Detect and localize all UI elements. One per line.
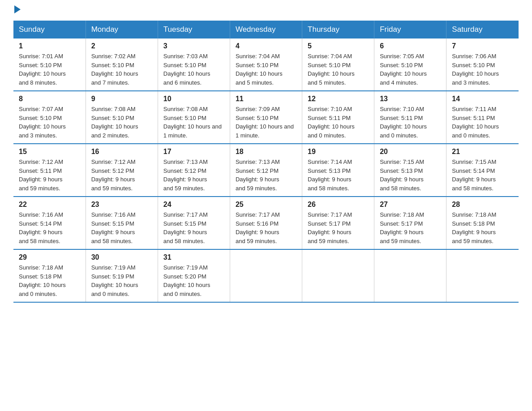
day-info: Sunrise: 7:17 AMSunset: 5:16 PMDaylight:…: [236, 210, 296, 245]
calendar-week-row: 15 Sunrise: 7:12 AMSunset: 5:11 PMDaylig…: [13, 144, 519, 197]
day-info: Sunrise: 7:03 AMSunset: 5:10 PMDaylight:…: [163, 52, 224, 87]
day-info: Sunrise: 7:09 AMSunset: 5:10 PMDaylight:…: [236, 105, 296, 140]
calendar-cell: 27 Sunrise: 7:18 AMSunset: 5:17 PMDaylig…: [374, 197, 446, 249]
day-number: 20: [380, 148, 441, 156]
calendar-week-row: 29 Sunrise: 7:18 AMSunset: 5:18 PMDaylig…: [13, 249, 519, 302]
calendar-cell: 21 Sunrise: 7:15 AMSunset: 5:14 PMDaylig…: [446, 144, 519, 197]
day-info: Sunrise: 7:19 AMSunset: 5:19 PMDaylight:…: [91, 263, 152, 298]
day-number: 23: [91, 201, 152, 209]
calendar-cell: 24 Sunrise: 7:17 AMSunset: 5:15 PMDaylig…: [158, 197, 230, 249]
calendar-week-row: 1 Sunrise: 7:01 AMSunset: 5:10 PMDayligh…: [13, 39, 519, 91]
day-info: Sunrise: 7:18 AMSunset: 5:18 PMDaylight:…: [452, 210, 513, 245]
calendar-cell: 5 Sunrise: 7:04 AMSunset: 5:10 PMDayligh…: [302, 39, 374, 91]
day-number: 21: [452, 148, 513, 156]
calendar-cell: 13 Sunrise: 7:10 AMSunset: 5:11 PMDaylig…: [374, 91, 446, 144]
day-info: Sunrise: 7:13 AMSunset: 5:12 PMDaylight:…: [163, 158, 224, 193]
calendar-cell: 12 Sunrise: 7:10 AMSunset: 5:11 PMDaylig…: [302, 91, 374, 144]
calendar-cell: 31 Sunrise: 7:19 AMSunset: 5:20 PMDaylig…: [158, 249, 230, 302]
calendar-cell: [230, 249, 302, 302]
day-info: Sunrise: 7:08 AMSunset: 5:10 PMDaylight:…: [163, 105, 224, 140]
day-info: Sunrise: 7:17 AMSunset: 5:15 PMDaylight:…: [163, 210, 224, 245]
day-info: Sunrise: 7:13 AMSunset: 5:12 PMDaylight:…: [236, 158, 296, 193]
day-number: 25: [236, 201, 296, 209]
day-number: 17: [163, 148, 224, 156]
calendar-cell: 26 Sunrise: 7:17 AMSunset: 5:17 PMDaylig…: [302, 197, 374, 249]
day-info: Sunrise: 7:04 AMSunset: 5:10 PMDaylight:…: [308, 52, 369, 87]
header-monday: Monday: [86, 21, 158, 39]
day-number: 1: [19, 42, 80, 50]
day-info: Sunrise: 7:08 AMSunset: 5:10 PMDaylight:…: [91, 105, 152, 140]
calendar-cell: [374, 249, 446, 302]
calendar-cell: 18 Sunrise: 7:13 AMSunset: 5:12 PMDaylig…: [230, 144, 302, 197]
day-number: 28: [452, 201, 513, 209]
day-number: 22: [19, 201, 80, 209]
logo-arrow-icon: [14, 5, 21, 13]
page-header: [13, 9, 519, 12]
day-number: 9: [91, 95, 152, 103]
day-number: 29: [19, 253, 80, 261]
header-sunday: Sunday: [13, 21, 86, 39]
calendar-cell: 16 Sunrise: 7:12 AMSunset: 5:12 PMDaylig…: [86, 144, 158, 197]
day-number: 10: [163, 95, 224, 103]
day-info: Sunrise: 7:05 AMSunset: 5:10 PMDaylight:…: [380, 52, 441, 87]
calendar-cell: 7 Sunrise: 7:06 AMSunset: 5:10 PMDayligh…: [446, 39, 519, 91]
day-info: Sunrise: 7:16 AMSunset: 5:14 PMDaylight:…: [19, 210, 80, 245]
day-number: 6: [380, 42, 441, 50]
day-info: Sunrise: 7:02 AMSunset: 5:10 PMDaylight:…: [91, 52, 152, 87]
calendar-cell: 17 Sunrise: 7:13 AMSunset: 5:12 PMDaylig…: [158, 144, 230, 197]
day-number: 18: [236, 148, 296, 156]
calendar-cell: 14 Sunrise: 7:11 AMSunset: 5:11 PMDaylig…: [446, 91, 519, 144]
header-tuesday: Tuesday: [158, 21, 230, 39]
calendar-cell: 8 Sunrise: 7:07 AMSunset: 5:10 PMDayligh…: [13, 91, 86, 144]
calendar-cell: 9 Sunrise: 7:08 AMSunset: 5:10 PMDayligh…: [86, 91, 158, 144]
calendar-cell: 28 Sunrise: 7:18 AMSunset: 5:18 PMDaylig…: [446, 197, 519, 249]
calendar-cell: 29 Sunrise: 7:18 AMSunset: 5:18 PMDaylig…: [13, 249, 86, 302]
header-wednesday: Wednesday: [230, 21, 302, 39]
calendar-cell: 19 Sunrise: 7:14 AMSunset: 5:13 PMDaylig…: [302, 144, 374, 197]
calendar-cell: 3 Sunrise: 7:03 AMSunset: 5:10 PMDayligh…: [158, 39, 230, 91]
day-number: 16: [91, 148, 152, 156]
day-info: Sunrise: 7:16 AMSunset: 5:15 PMDaylight:…: [91, 210, 152, 245]
header-saturday: Saturday: [446, 21, 519, 39]
calendar-header-row: SundayMondayTuesdayWednesdayThursdayFrid…: [13, 21, 519, 39]
day-info: Sunrise: 7:06 AMSunset: 5:10 PMDaylight:…: [452, 52, 513, 87]
day-info: Sunrise: 7:12 AMSunset: 5:12 PMDaylight:…: [91, 158, 152, 193]
header-thursday: Thursday: [302, 21, 374, 39]
day-number: 2: [91, 42, 152, 50]
day-info: Sunrise: 7:10 AMSunset: 5:11 PMDaylight:…: [308, 105, 369, 140]
day-number: 7: [452, 42, 513, 50]
calendar-cell: [302, 249, 374, 302]
day-info: Sunrise: 7:11 AMSunset: 5:11 PMDaylight:…: [452, 105, 513, 140]
day-number: 4: [236, 42, 296, 50]
calendar-cell: 23 Sunrise: 7:16 AMSunset: 5:15 PMDaylig…: [86, 197, 158, 249]
calendar-cell: 20 Sunrise: 7:15 AMSunset: 5:13 PMDaylig…: [374, 144, 446, 197]
day-info: Sunrise: 7:01 AMSunset: 5:10 PMDaylight:…: [19, 52, 80, 87]
day-number: 15: [19, 148, 80, 156]
calendar-cell: 15 Sunrise: 7:12 AMSunset: 5:11 PMDaylig…: [13, 144, 86, 197]
calendar-cell: [446, 249, 519, 302]
day-number: 5: [308, 42, 369, 50]
calendar-cell: 4 Sunrise: 7:04 AMSunset: 5:10 PMDayligh…: [230, 39, 302, 91]
day-info: Sunrise: 7:18 AMSunset: 5:18 PMDaylight:…: [19, 263, 80, 298]
calendar-cell: 10 Sunrise: 7:08 AMSunset: 5:10 PMDaylig…: [158, 91, 230, 144]
day-number: 27: [380, 201, 441, 209]
day-info: Sunrise: 7:19 AMSunset: 5:20 PMDaylight:…: [163, 263, 224, 298]
calendar-cell: 2 Sunrise: 7:02 AMSunset: 5:10 PMDayligh…: [86, 39, 158, 91]
day-info: Sunrise: 7:14 AMSunset: 5:13 PMDaylight:…: [308, 158, 369, 193]
day-number: 12: [308, 95, 369, 103]
day-info: Sunrise: 7:18 AMSunset: 5:17 PMDaylight:…: [380, 210, 441, 245]
calendar-cell: 6 Sunrise: 7:05 AMSunset: 5:10 PMDayligh…: [374, 39, 446, 91]
day-number: 8: [19, 95, 80, 103]
day-info: Sunrise: 7:04 AMSunset: 5:10 PMDaylight:…: [236, 52, 296, 87]
calendar-cell: 11 Sunrise: 7:09 AMSunset: 5:10 PMDaylig…: [230, 91, 302, 144]
calendar-week-row: 22 Sunrise: 7:16 AMSunset: 5:14 PMDaylig…: [13, 197, 519, 249]
calendar-cell: 22 Sunrise: 7:16 AMSunset: 5:14 PMDaylig…: [13, 197, 86, 249]
day-number: 3: [163, 42, 224, 50]
calendar-cell: 30 Sunrise: 7:19 AMSunset: 5:19 PMDaylig…: [86, 249, 158, 302]
calendar-week-row: 8 Sunrise: 7:07 AMSunset: 5:10 PMDayligh…: [13, 91, 519, 144]
calendar-table: SundayMondayTuesdayWednesdayThursdayFrid…: [13, 21, 519, 303]
day-number: 26: [308, 201, 369, 209]
day-number: 11: [236, 95, 296, 103]
day-number: 14: [452, 95, 513, 103]
day-number: 13: [380, 95, 441, 103]
